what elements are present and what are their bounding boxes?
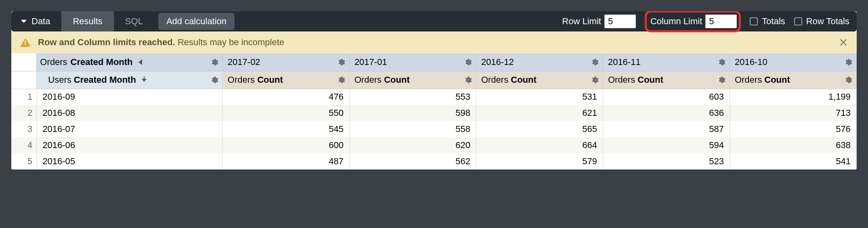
explore-panel: Data Results SQL Add calculation Row Lim…: [11, 11, 857, 169]
pivot-col-3[interactable]: 2016-11: [603, 53, 730, 71]
toolbar-right: Row Limit Column Limit Totals Row Totals: [562, 13, 849, 30]
row-totals-toggle[interactable]: Row Totals: [794, 16, 849, 27]
cell-value[interactable]: 636: [603, 105, 730, 121]
toolbar-left: Data Results SQL Add calculation: [11, 11, 235, 31]
close-icon: [839, 38, 848, 47]
row-dimension-header[interactable]: Users Created Month: [37, 71, 223, 89]
cell-value[interactable]: 553: [349, 89, 476, 105]
table-row: 32016-07545558565587576: [11, 121, 857, 137]
cell-value[interactable]: 638: [730, 137, 856, 153]
measure-col-1[interactable]: Orders Count: [349, 71, 476, 89]
cell-value[interactable]: 562: [349, 153, 476, 169]
cell-value[interactable]: 664: [476, 137, 603, 153]
table-row: 42016-06600620664594638: [11, 137, 857, 153]
data-section-toggle[interactable]: Data: [11, 11, 61, 31]
pivot-dimension-header[interactable]: Orders Created Month: [37, 53, 223, 71]
warning-icon: [20, 38, 31, 47]
row-limit-label: Row Limit: [562, 16, 601, 27]
header-spacer: [11, 53, 37, 71]
pivot-col-1[interactable]: 2017-01: [349, 53, 476, 71]
add-calculation-button[interactable]: Add calculation: [158, 13, 235, 30]
row-label[interactable]: 2016-05: [37, 153, 223, 169]
results-table-wrapper: Orders Created Month 2017-02 2017-01 201…: [11, 53, 857, 169]
gear-icon[interactable]: [591, 76, 599, 84]
row-limit-input[interactable]: [604, 15, 636, 28]
gear-icon[interactable]: [464, 76, 472, 84]
row-label[interactable]: 2016-09: [37, 89, 223, 105]
totals-toggle[interactable]: Totals: [750, 16, 785, 27]
cell-value[interactable]: 598: [349, 105, 476, 121]
limits-warning-banner: Row and Column limits reached. Results m…: [11, 31, 857, 53]
row-label[interactable]: 2016-06: [37, 137, 223, 153]
cell-value[interactable]: 576: [730, 121, 856, 137]
measure-col-0[interactable]: Orders Count: [222, 71, 349, 89]
top-toolbar: Data Results SQL Add calculation Row Lim…: [11, 11, 857, 31]
cell-value[interactable]: 550: [222, 105, 349, 121]
cell-value[interactable]: 487: [222, 153, 349, 169]
gear-icon[interactable]: [210, 76, 218, 84]
checkbox-icon: [750, 17, 758, 25]
cell-value[interactable]: 565: [476, 121, 603, 137]
data-label: Data: [31, 16, 50, 27]
pivot-col-0[interactable]: 2017-02: [222, 53, 349, 71]
dismiss-warning-button[interactable]: [839, 38, 848, 47]
row-label[interactable]: 2016-08: [37, 105, 223, 121]
row-index: 3: [11, 121, 37, 137]
cell-value[interactable]: 713: [730, 105, 856, 121]
pivot-header-row: Orders Created Month 2017-02 2017-01 201…: [11, 53, 857, 71]
cell-value[interactable]: 603: [603, 89, 730, 105]
row-index: 5: [11, 153, 37, 169]
gear-icon[interactable]: [337, 58, 345, 66]
cell-value[interactable]: 558: [349, 121, 476, 137]
column-limit-input[interactable]: [705, 15, 737, 28]
row-limit-group: Row Limit: [562, 15, 636, 28]
table-row: 12016-094765535316031,199: [11, 89, 857, 105]
measure-col-4[interactable]: Orders Count: [730, 71, 856, 89]
gear-icon[interactable]: [464, 58, 472, 66]
row-index: 1: [11, 89, 37, 105]
cell-value[interactable]: 621: [476, 105, 603, 121]
measure-col-2[interactable]: Orders Count: [476, 71, 603, 89]
gear-icon[interactable]: [717, 58, 725, 66]
cell-value[interactable]: 587: [603, 121, 730, 137]
column-limit-group: Column Limit: [645, 13, 741, 30]
cell-value[interactable]: 579: [476, 153, 603, 169]
arrow-down-icon: [141, 75, 147, 85]
gear-icon[interactable]: [591, 58, 599, 66]
gear-icon[interactable]: [717, 76, 725, 84]
cell-value[interactable]: 541: [730, 153, 856, 169]
cell-value[interactable]: 1,199: [730, 89, 856, 105]
gear-icon[interactable]: [337, 76, 345, 84]
gear-icon[interactable]: [844, 58, 852, 66]
caret-down-icon: [21, 20, 27, 23]
table-body: 12016-094765535316031,19922016-085505986…: [11, 89, 857, 169]
tab-results[interactable]: Results: [61, 11, 113, 31]
checkbox-icon: [794, 17, 802, 25]
cell-value[interactable]: 600: [222, 137, 349, 153]
header-spacer: [11, 71, 37, 89]
measure-header-row: Users Created Month Orders Count Orders …: [11, 71, 857, 89]
column-limit-label: Column Limit: [650, 16, 702, 27]
cell-value[interactable]: 523: [603, 153, 730, 169]
gear-icon[interactable]: [210, 58, 218, 66]
cell-value[interactable]: 476: [222, 89, 349, 105]
cell-value[interactable]: 531: [476, 89, 603, 105]
row-index: 2: [11, 105, 37, 121]
pivot-col-2[interactable]: 2016-12: [476, 53, 603, 71]
chevron-left-icon[interactable]: [138, 59, 142, 65]
row-label[interactable]: 2016-07: [37, 121, 223, 137]
measure-col-3[interactable]: Orders Count: [603, 71, 730, 89]
row-index: 4: [11, 137, 37, 153]
gear-icon[interactable]: [844, 76, 852, 84]
table-row: 52016-05487562579523541: [11, 153, 857, 169]
cell-value[interactable]: 545: [222, 121, 349, 137]
table-row: 22016-08550598621636713: [11, 105, 857, 121]
results-table: Orders Created Month 2017-02 2017-01 201…: [11, 53, 857, 169]
pivot-col-4[interactable]: 2016-10: [730, 53, 856, 71]
warning-message: Row and Column limits reached. Results m…: [38, 37, 284, 48]
cell-value[interactable]: 594: [603, 137, 730, 153]
tab-sql[interactable]: SQL: [114, 11, 154, 31]
cell-value[interactable]: 620: [349, 137, 476, 153]
